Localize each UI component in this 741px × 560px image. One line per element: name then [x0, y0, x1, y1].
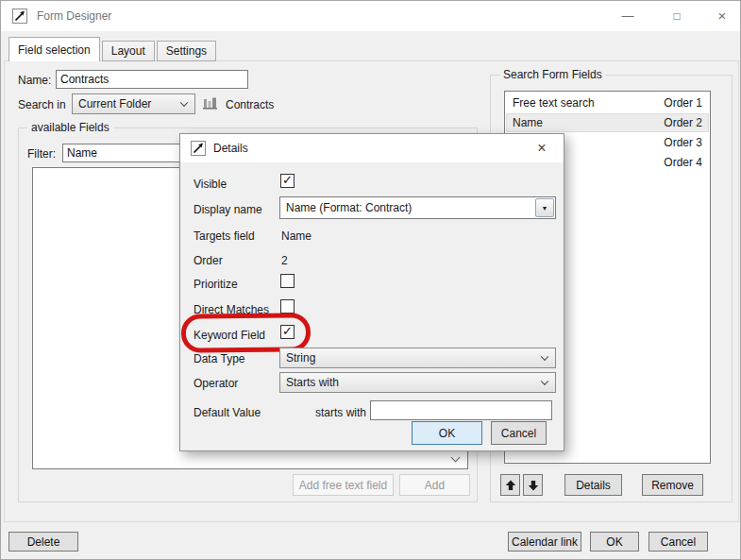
tab-layout[interactable]: Layout — [102, 41, 155, 61]
move-up-button[interactable] — [500, 474, 520, 496]
list-item[interactable]: Name Order 2 — [506, 113, 709, 132]
remove-button[interactable]: Remove — [642, 474, 703, 496]
dialog-title: Details — [213, 142, 248, 155]
data-type-select[interactable]: String — [279, 348, 556, 368]
targets-field-value: Name — [281, 229, 312, 243]
ok-button[interactable]: OK — [590, 532, 639, 552]
search-form-fields-title: Search Form Fields — [499, 68, 606, 81]
keyword-field-label: Keyword Field — [194, 329, 265, 342]
delete-button[interactable]: Delete — [8, 532, 78, 552]
field-order: Order 1 — [664, 96, 702, 110]
search-in-label: Search in — [18, 98, 66, 111]
tab-field-selection[interactable]: Field selection — [8, 37, 100, 61]
default-value-label: Default Value — [194, 406, 261, 419]
minimize-icon[interactable]: — — [613, 7, 643, 25]
prioritize-checkbox[interactable] — [280, 274, 295, 288]
visible-checkbox[interactable]: ✓ — [280, 174, 295, 188]
name-label: Name: — [18, 74, 51, 87]
field-order: Order 2 — [664, 116, 702, 129]
add-free-text-field-button[interactable]: Add free text field — [293, 474, 394, 496]
order-value: 2 — [281, 254, 288, 267]
field-order: Order 4 — [664, 156, 702, 169]
keyword-field-checkbox[interactable]: ✓ — [280, 325, 295, 339]
search-target-label: Contracts — [226, 98, 274, 111]
list-item[interactable]: Free text search Order 1 — [506, 93, 709, 112]
maximize-icon[interactable]: □ — [662, 7, 692, 25]
display-name-value: Name (Format: Contract) — [286, 201, 412, 214]
name-input[interactable] — [56, 70, 248, 89]
arrow-up-icon — [505, 480, 516, 491]
form-designer-window: Form Designer — □ × Field selection Layo… — [0, 0, 741, 560]
display-name-select[interactable]: Name (Format: Contract) ▼ — [279, 196, 556, 219]
arrow-down-icon — [528, 480, 539, 491]
direct-matches-label: Direct Matches — [194, 303, 269, 316]
chevron-down-icon — [180, 99, 188, 107]
add-button[interactable]: Add — [399, 474, 470, 496]
display-name-label: Display name — [194, 203, 262, 216]
field-name: Name — [513, 116, 543, 129]
operator-select[interactable]: Starts with — [279, 372, 556, 393]
chevron-down-icon — [541, 353, 548, 361]
search-in-select[interactable]: Current Folder — [72, 93, 195, 114]
calendar-link-button[interactable]: Calendar link — [508, 532, 581, 552]
data-type-value: String — [286, 351, 315, 365]
dialog-ok-button[interactable]: OK — [412, 421, 482, 445]
form-designer-icon — [191, 141, 206, 156]
filter-label: Filter: — [27, 147, 56, 161]
cancel-button[interactable]: Cancel — [648, 532, 708, 552]
details-button[interactable]: Details — [564, 474, 622, 496]
dropdown-button[interactable]: ▼ — [535, 198, 554, 217]
details-dialog: Details × Visible ✓ Display name Name (F… — [179, 133, 564, 451]
title-bar: Form Designer — □ × — [1, 1, 740, 31]
direct-matches-checkbox[interactable] — [280, 299, 295, 314]
dialog-cancel-button[interactable]: Cancel — [491, 421, 547, 445]
operator-value: Starts with — [286, 376, 339, 389]
prioritize-label: Prioritize — [194, 278, 238, 291]
tab-strip: Field selection Layout Settings — [8, 37, 218, 61]
dialog-close-icon[interactable]: × — [531, 138, 552, 159]
targets-field-label: Targets field — [194, 229, 255, 243]
organization-icon — [203, 95, 218, 110]
default-value-input[interactable] — [370, 400, 552, 420]
available-fields-title: available Fields — [27, 121, 113, 134]
chevron-down-icon — [541, 378, 548, 385]
form-designer-icon — [12, 8, 27, 24]
dialog-title-bar: Details × — [180, 134, 564, 162]
scroll-down-icon[interactable] — [451, 453, 461, 463]
tab-settings[interactable]: Settings — [157, 41, 216, 61]
window-title: Form Designer — [37, 9, 111, 23]
close-icon[interactable]: × — [707, 7, 737, 25]
visible-label: Visible — [194, 178, 227, 191]
operator-label: Operator — [194, 377, 238, 390]
data-type-label: Data Type — [194, 352, 244, 365]
field-name: Free text search — [513, 96, 595, 110]
order-label: Order — [194, 254, 223, 267]
move-down-button[interactable] — [523, 474, 543, 496]
default-value-prefix: starts with — [312, 406, 366, 419]
search-in-value: Current Folder — [78, 97, 151, 110]
field-order: Order 3 — [664, 136, 702, 149]
